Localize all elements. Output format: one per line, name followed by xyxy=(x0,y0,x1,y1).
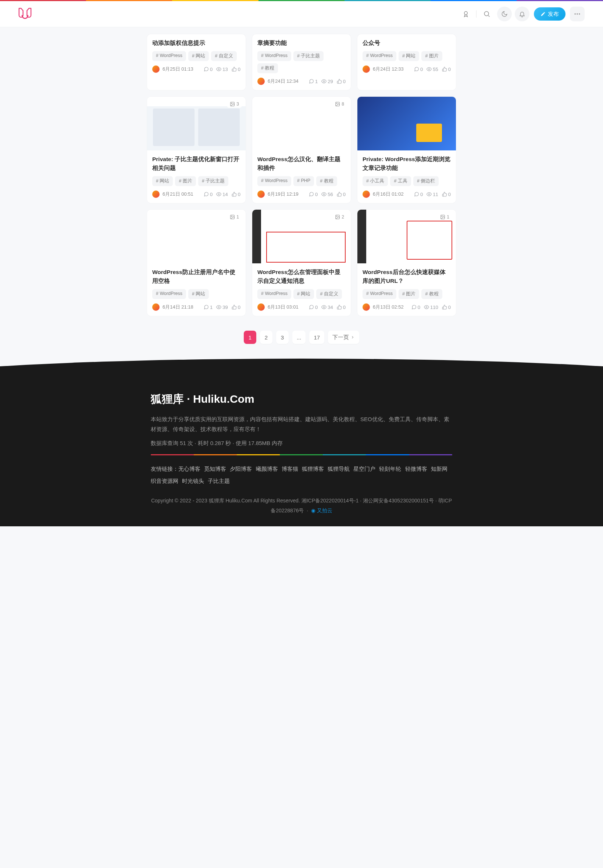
search-icon[interactable] xyxy=(479,7,494,21)
post-title[interactable]: WordPress后台怎么快速获媒体库的图片URL？ xyxy=(363,268,451,285)
author-avatar[interactable] xyxy=(257,190,265,198)
post-card[interactable]: 动添加版权信息提示# WordPress# 网站# 自定义6月25日 01:13… xyxy=(147,34,246,90)
notifications-icon[interactable] xyxy=(515,7,529,21)
friend-link[interactable]: 轻刻年轮 xyxy=(379,466,401,472)
post-tag[interactable]: # 网站 xyxy=(188,51,209,61)
post-tag[interactable]: # 自定义 xyxy=(316,289,342,299)
post-tag[interactable]: # 工具 xyxy=(390,176,411,186)
comments-stat[interactable]: 0 xyxy=(204,192,212,197)
post-title[interactable]: WordPress防止注册用户名中使用空格 xyxy=(152,268,240,285)
likes-stat[interactable]: 0 xyxy=(337,305,346,310)
post-tag[interactable]: # 网站 xyxy=(152,176,173,186)
likes-stat[interactable]: 0 xyxy=(232,305,240,310)
site-logo[interactable] xyxy=(19,7,32,21)
post-tag[interactable]: # 教程 xyxy=(257,63,278,73)
post-thumbnail[interactable]: 1 xyxy=(147,210,246,263)
post-card[interactable]: 8WordPress怎么汉化、翻译主题和插件# WordPress# PHP# … xyxy=(252,97,351,203)
page-button[interactable]: 1 xyxy=(244,331,256,344)
author-avatar[interactable] xyxy=(152,190,159,198)
post-tag[interactable]: # 图片 xyxy=(175,176,196,186)
post-tag[interactable]: # PHP xyxy=(294,176,314,186)
page-button[interactable]: 2 xyxy=(260,331,272,344)
author-avatar[interactable] xyxy=(152,303,159,311)
likes-stat[interactable]: 0 xyxy=(442,192,451,197)
post-tag[interactable]: # WordPress xyxy=(257,51,291,61)
likes-stat[interactable]: 0 xyxy=(232,192,240,197)
comments-stat[interactable]: 1 xyxy=(309,79,318,84)
post-tag[interactable]: # 子比主题 xyxy=(198,176,228,186)
post-tag[interactable]: # WordPress xyxy=(152,51,186,61)
post-tag[interactable]: # WordPress xyxy=(257,176,291,186)
likes-stat[interactable]: 0 xyxy=(337,79,346,84)
friend-link[interactable]: 星空门户 xyxy=(353,466,376,472)
friend-link[interactable]: 无心博客 xyxy=(178,466,200,472)
post-tag[interactable]: # 侧边栏 xyxy=(413,176,439,186)
medal-icon[interactable] xyxy=(459,7,473,21)
post-card[interactable]: 2WordPress怎么在管理面板中显示自定义通知消息# WordPress# … xyxy=(252,210,351,316)
author-avatar[interactable] xyxy=(257,77,265,85)
next-page-button[interactable]: 下一页 xyxy=(328,331,359,344)
friend-link[interactable]: 子比主题 xyxy=(208,478,230,484)
publish-button[interactable]: 发布 xyxy=(534,7,566,21)
friend-link[interactable]: 狐狸博客 xyxy=(302,466,324,472)
likes-stat[interactable]: 0 xyxy=(442,67,451,72)
post-thumbnail[interactable] xyxy=(357,97,456,150)
comments-stat[interactable]: 0 xyxy=(204,67,212,72)
author-avatar[interactable] xyxy=(363,190,370,198)
dark-mode-toggle[interactable] xyxy=(497,7,512,21)
friend-link[interactable]: 夕阳博客 xyxy=(230,466,252,472)
author-avatar[interactable] xyxy=(363,65,370,73)
more-menu-icon[interactable] xyxy=(570,7,584,21)
comments-stat[interactable]: 0 xyxy=(414,67,423,72)
post-title[interactable]: 公众号 xyxy=(363,39,451,48)
comments-stat[interactable]: 0 xyxy=(309,192,318,197)
likes-stat[interactable]: 0 xyxy=(232,67,240,72)
page-button[interactable]: 17 xyxy=(309,331,324,344)
post-title[interactable]: WordPress怎么在管理面板中显示自定义通知消息 xyxy=(257,268,346,285)
likes-stat[interactable]: 0 xyxy=(337,192,346,197)
friend-link[interactable]: 织音资源网 xyxy=(151,478,178,484)
friend-link[interactable]: 轻微博客 xyxy=(405,466,427,472)
page-button[interactable]: 3 xyxy=(276,331,289,344)
post-tag[interactable]: # 网站 xyxy=(294,289,314,299)
post-tag[interactable]: # 小工具 xyxy=(363,176,388,186)
post-title[interactable]: Private: 子比主题优化新窗口打开相关问题 xyxy=(152,155,240,172)
icp-link[interactable]: 湘公网安备43052302000151号 xyxy=(363,498,434,503)
post-tag[interactable]: # 图片 xyxy=(421,51,442,61)
friend-link[interactable]: 狐狸导航 xyxy=(328,466,349,472)
post-tag[interactable]: # 网站 xyxy=(188,289,209,299)
comments-stat[interactable]: 0 xyxy=(309,305,318,310)
post-tag[interactable]: # 子比主题 xyxy=(294,51,323,61)
friend-link[interactable]: 博客猫 xyxy=(281,466,298,472)
friend-link[interactable]: 知新网 xyxy=(431,466,447,472)
post-card[interactable]: 3Private: 子比主题优化新窗口打开相关问题# 网站# 图片# 子比主题6… xyxy=(147,97,246,203)
post-tag[interactable]: # 教程 xyxy=(316,176,337,186)
post-card[interactable]: 1WordPress后台怎么快速获媒体库的图片URL？# WordPress# … xyxy=(357,210,456,316)
post-tag[interactable]: # WordPress xyxy=(363,51,396,61)
post-tag[interactable]: # 图片 xyxy=(399,289,419,299)
post-title[interactable]: WordPress怎么汉化、翻译主题和插件 xyxy=(257,155,346,172)
post-tag[interactable]: # 自定义 xyxy=(211,51,237,61)
upyun-link[interactable]: ◉ 又拍云 xyxy=(311,507,332,514)
author-avatar[interactable] xyxy=(363,303,370,311)
post-title[interactable]: 章摘要功能 xyxy=(257,39,346,48)
comments-stat[interactable]: 1 xyxy=(204,305,212,310)
likes-stat[interactable]: 0 xyxy=(442,305,451,310)
post-thumbnail[interactable]: 3 xyxy=(147,97,246,150)
post-thumbnail[interactable]: 8 xyxy=(252,97,351,150)
post-tag[interactable]: # 网站 xyxy=(399,51,419,61)
author-avatar[interactable] xyxy=(152,65,159,73)
post-thumbnail[interactable]: 2 xyxy=(252,210,351,263)
post-card[interactable]: Private: WordPress添加近期浏览文章记录功能# 小工具# 工具#… xyxy=(357,97,456,203)
post-card[interactable]: 公众号# WordPress# 网站# 图片6月24日 12:330550 xyxy=(357,34,456,90)
post-tag[interactable]: # 教程 xyxy=(421,289,442,299)
post-title[interactable]: Private: WordPress添加近期浏览文章记录功能 xyxy=(363,155,451,172)
post-tag[interactable]: # WordPress xyxy=(257,289,291,299)
post-tag[interactable]: # WordPress xyxy=(152,289,186,299)
post-card[interactable]: 1WordPress防止注册用户名中使用空格# WordPress# 网站6月1… xyxy=(147,210,246,316)
icp-link[interactable]: 湘ICP备2022020014号-1 xyxy=(302,498,359,503)
post-tag[interactable]: # WordPress xyxy=(363,289,396,299)
post-title[interactable]: 动添加版权信息提示 xyxy=(152,39,240,48)
comments-stat[interactable]: 0 xyxy=(414,192,423,197)
post-card[interactable]: 章摘要功能# WordPress# 子比主题# 教程6月24日 12:34129… xyxy=(252,34,351,90)
